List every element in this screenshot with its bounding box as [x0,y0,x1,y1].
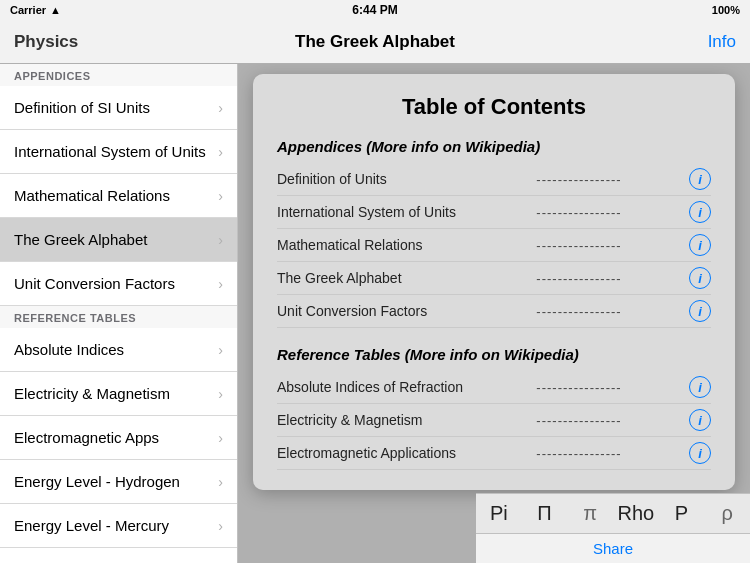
info-icon-definition[interactable]: i [689,168,711,190]
greek-rho-label: Rho [613,498,659,529]
toc-title: Table of Contents [277,94,711,120]
main-layout: APPENDICES Definition of SI Units › Inte… [0,64,750,563]
chevron-icon: › [218,386,223,402]
share-bar[interactable]: Share [476,533,750,563]
signal-icon: ▲ [50,4,61,16]
greek-pi-label: Pi [476,498,522,529]
toc-row-unit-conversion[interactable]: Unit Conversion Factors ----------------… [277,295,711,328]
sidebar-item-electromagnetic-apps[interactable]: Electromagnetic Apps › [0,416,237,460]
chevron-icon: › [218,518,223,534]
sidebar: APPENDICES Definition of SI Units › Inte… [0,64,238,563]
appendices-heading: Appendices (More info on Wikipedia) [277,138,711,155]
toc-row-absolute-indices[interactable]: Absolute Indices of Refraction ---------… [277,371,711,404]
sidebar-item-greek-alphabet[interactable]: The Greek Alphabet › [0,218,237,262]
info-icon-elec[interactable]: i [689,409,711,431]
carrier-label: Carrier [10,4,46,16]
greek-pi-lower: π [567,498,613,529]
toc-row-math-relations[interactable]: Mathematical Relations ---------------- … [277,229,711,262]
chevron-icon: › [218,232,223,248]
chevron-icon: › [218,100,223,116]
toc-row-definition[interactable]: Definition of Units ---------------- i [277,163,711,196]
info-icon-math[interactable]: i [689,234,711,256]
reference-section-header: REFERENCE TABLES [0,306,237,328]
chevron-icon: › [218,474,223,490]
toc-row-int-system[interactable]: International System of Units ----------… [277,196,711,229]
chevron-icon: › [218,188,223,204]
greek-pi-upper: Π [522,498,568,529]
status-time: 6:44 PM [352,3,397,17]
sidebar-item-energy-mercury[interactable]: Energy Level - Mercury › [0,504,237,548]
info-icon-int-system[interactable]: i [689,201,711,223]
sidebar-item-international-system[interactable]: International System of Units › [0,130,237,174]
sidebar-item-absolute-indices[interactable]: Absolute Indices › [0,328,237,372]
reference-heading: Reference Tables (More info on Wikipedia… [277,346,711,363]
battery-label: 100% [712,4,740,16]
toc-row-greek[interactable]: The Greek Alphabet ---------------- i [277,262,711,295]
status-bar: Carrier ▲ 6:44 PM 100% [0,0,750,20]
chevron-icon: › [218,276,223,292]
toc-card: Table of Contents Appendices (More info … [253,74,735,490]
nav-info-button[interactable]: Info [656,32,736,52]
info-icon-unit[interactable]: i [689,300,711,322]
info-icon-em[interactable]: i [689,442,711,464]
chevron-icon: › [218,144,223,160]
share-label[interactable]: Share [593,540,633,557]
greek-preview-bar: Pi Π π Rho Ρ ρ [476,493,750,533]
nav-bar: Physics The Greek Alphabet Info [0,20,750,64]
sidebar-item-definition-si[interactable]: Definition of SI Units › [0,86,237,130]
status-left: Carrier ▲ [10,4,61,16]
chevron-icon: › [218,430,223,446]
content-area: Table of Contents Appendices (More info … [238,64,750,563]
chevron-icon: › [218,342,223,358]
sidebar-item-energy[interactable]: Energy › [0,548,237,563]
greek-rho-lower: ρ [704,498,750,529]
greek-rho-upper: Ρ [659,498,705,529]
sidebar-item-energy-hydrogen[interactable]: Energy Level - Hydrogen › [0,460,237,504]
info-icon-greek[interactable]: i [689,267,711,289]
toc-row-elec-mag[interactable]: Electricity & Magnetism ----------------… [277,404,711,437]
sidebar-item-unit-conversion[interactable]: Unit Conversion Factors › [0,262,237,306]
info-icon-abs[interactable]: i [689,376,711,398]
nav-title: The Greek Alphabet [94,32,656,52]
appendices-section-header: APPENDICES [0,64,237,86]
toc-row-em-apps[interactable]: Electromagnetic Applications -----------… [277,437,711,470]
nav-back-button[interactable]: Physics [14,32,94,52]
sidebar-item-electricity-magnetism[interactable]: Electricity & Magnetism › [0,372,237,416]
sidebar-item-mathematical-relations[interactable]: Mathematical Relations › [0,174,237,218]
